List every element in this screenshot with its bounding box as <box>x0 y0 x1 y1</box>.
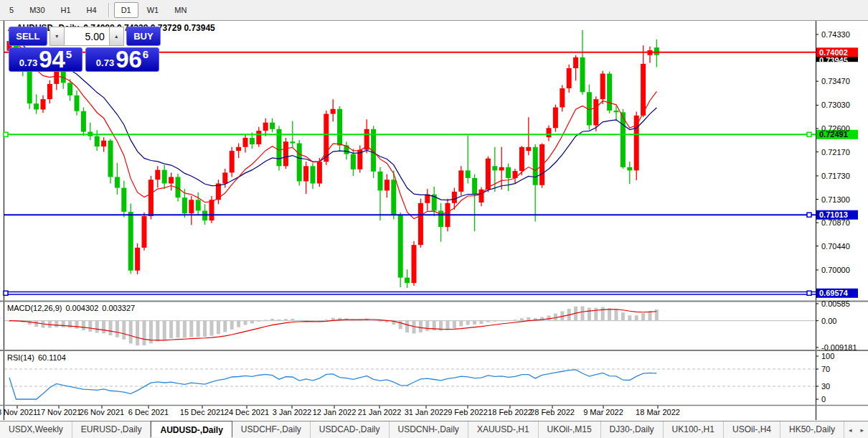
macd-name: MACD(12,26,9) <box>7 304 62 312</box>
bid-prefix: 0.73 <box>19 57 37 68</box>
chart-tab-audusd-daily[interactable]: AUDUSD-,Daily <box>151 421 232 437</box>
svg-text:0.00585: 0.00585 <box>821 299 850 308</box>
buy-button[interactable]: BUY <box>126 27 161 46</box>
chart-tab-xauusd-h1[interactable]: XAUUSD-,H1 <box>468 421 539 438</box>
chart-tab-usdchf-daily[interactable]: USDCHF-,Daily <box>232 421 311 438</box>
symbol-tab-bar: USDX,WeeklyEURUSD-,DailyAUDUSD-,DailyUSD… <box>0 421 868 438</box>
rsi-value: 60.1104 <box>38 353 66 362</box>
svg-text:0.72170: 0.72170 <box>821 148 850 157</box>
ask-pipette-digit: 6 <box>143 48 148 60</box>
svg-text:0: 0 <box>821 395 826 404</box>
chart-tab-uk100-h1[interactable]: UK100-,H1 <box>664 421 724 438</box>
macd-header: MACD(12,26,9)0.0043020.003327 <box>7 304 138 312</box>
svg-text:0.70000: 0.70000 <box>821 266 850 274</box>
sell-button[interactable]: SELL <box>9 27 47 46</box>
svg-text:24 Dec 2021: 24 Dec 2021 <box>225 408 269 416</box>
chart-tab-usdcnh-daily[interactable]: USDCNH-,Daily <box>390 421 468 438</box>
svg-text:8 Nov 2021: 8 Nov 2021 <box>0 408 37 416</box>
svg-text:0.71300: 0.71300 <box>821 195 850 204</box>
tab-scroll-arrows: ◂▸ <box>844 421 868 438</box>
timeframe-button-h1[interactable]: H1 <box>54 2 78 18</box>
svg-text:0.71730: 0.71730 <box>821 172 850 180</box>
volume-decrease-icon[interactable]: ▼ <box>49 27 65 46</box>
one-click-trading-panel: SELL ▼ ▲ BUY 0.73 94 5 0.73 96 6 <box>9 27 161 72</box>
svg-text:9 Feb 2022: 9 Feb 2022 <box>448 408 488 416</box>
svg-text:12 Jan 2022: 12 Jan 2022 <box>313 408 357 416</box>
svg-text:0.74002: 0.74002 <box>819 48 848 57</box>
chart-window: 0.740020.724910.710130.695740.739450.743… <box>0 21 868 421</box>
macd-value: 0.004302 <box>65 304 98 312</box>
svg-text:0.72600: 0.72600 <box>821 124 850 133</box>
svg-text:21 Jan 2022: 21 Jan 2022 <box>358 408 402 416</box>
svg-text:0.70870: 0.70870 <box>821 218 850 227</box>
svg-text:6 Dec 2021: 6 Dec 2021 <box>128 408 169 416</box>
macd-signal-value: 0.003327 <box>102 304 135 312</box>
timeframe-toolbar: 5M30H1H4D1W1MN <box>0 0 868 21</box>
ask-big-digits: 96 <box>115 49 142 70</box>
timeframe-button-m30[interactable]: M30 <box>22 2 52 18</box>
svg-text:0.73470: 0.73470 <box>821 77 850 85</box>
hline-handle-right[interactable] <box>807 291 811 295</box>
hline-handle-left[interactable] <box>4 132 8 136</box>
ask-price-button[interactable]: 0.73 96 6 <box>85 47 159 72</box>
svg-text:9 Mar 2022: 9 Mar 2022 <box>583 408 623 416</box>
ask-prefix: 0.73 <box>96 57 114 68</box>
hline-handle-right[interactable] <box>807 213 811 217</box>
tab-scroll-right-icon[interactable]: ▸ <box>857 425 868 435</box>
svg-text:0.70440: 0.70440 <box>821 242 850 251</box>
toolbar-separator <box>108 3 110 17</box>
chart-tab-ukoil-m15[interactable]: UKOil-,M15 <box>539 421 601 438</box>
chart-tab-usoil-h4[interactable]: USOil-,H4 <box>724 421 780 438</box>
volume-increase-icon[interactable]: ▲ <box>109 27 124 46</box>
svg-text:0.69574: 0.69574 <box>819 289 849 297</box>
svg-text:18 Mar 2022: 18 Mar 2022 <box>636 408 680 416</box>
volume-stepper: ▼ ▲ <box>49 27 124 46</box>
hline-handle-right[interactable] <box>807 132 811 136</box>
svg-text:0.74330: 0.74330 <box>821 30 850 39</box>
volume-input[interactable] <box>65 27 109 46</box>
chart-tab-dj30-daily[interactable]: DJ30-,Daily <box>601 421 664 438</box>
bid-pipette-digit: 5 <box>66 48 72 60</box>
timeframe-button-mn[interactable]: MN <box>167 2 194 18</box>
timeframe-button-d1[interactable]: D1 <box>114 2 138 18</box>
chart-tab-eurusd-daily[interactable]: EURUSD-,Daily <box>72 421 151 438</box>
svg-text:17 Nov 2021: 17 Nov 2021 <box>37 408 81 416</box>
svg-text:30: 30 <box>821 382 830 391</box>
hline-handle-left[interactable] <box>4 291 8 295</box>
bid-big-digits: 94 <box>39 49 65 70</box>
rsi-name: RSI(14) <box>7 353 34 362</box>
chart-tab-hk50-daily[interactable]: HK50-,Daily <box>780 421 844 438</box>
svg-text:15 Dec 2021: 15 Dec 2021 <box>180 408 225 416</box>
svg-text:100: 100 <box>821 352 834 360</box>
svg-text:28 Feb 2022: 28 Feb 2022 <box>530 408 575 416</box>
svg-text:0.73030: 0.73030 <box>821 101 850 109</box>
timeframe-button-h4[interactable]: H4 <box>80 2 104 18</box>
timeframe-button-5[interactable]: 5 <box>2 2 21 18</box>
svg-text:31 Jan 2022: 31 Jan 2022 <box>405 408 448 416</box>
rsi-header: RSI(14)60.1104 <box>7 353 70 362</box>
trading-platform-window: 5M30H1H4D1W1MN 0.740020.724910.710130.69… <box>0 0 868 438</box>
svg-text:0.00: 0.00 <box>821 317 836 325</box>
bid-price-button[interactable]: 0.73 94 5 <box>9 47 82 72</box>
svg-text:18 Feb 2022: 18 Feb 2022 <box>488 408 532 416</box>
svg-text:-0.009181: -0.009181 <box>821 343 857 352</box>
svg-text:3 Jan 2022: 3 Jan 2022 <box>273 408 311 416</box>
chart-tab-usdcad-daily[interactable]: USDCAD-,Daily <box>311 421 390 438</box>
svg-text:26 Nov 2021: 26 Nov 2021 <box>80 408 124 416</box>
timeframe-button-w1[interactable]: W1 <box>140 2 166 18</box>
svg-text:70: 70 <box>821 365 830 373</box>
chart-tab-usdx-weekly[interactable]: USDX,Weekly <box>0 421 72 438</box>
tab-scroll-left-icon[interactable]: ◂ <box>844 425 857 435</box>
chart-canvas: 0.740020.724910.710130.695740.739450.743… <box>0 21 868 421</box>
